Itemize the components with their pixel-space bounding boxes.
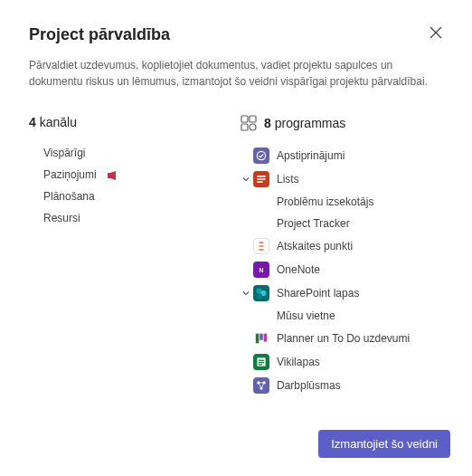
- svg-rect-7: [257, 178, 265, 180]
- app-item-sharepoint[interactable]: SharePoint lapas: [241, 281, 443, 305]
- channels-count: 4: [29, 115, 36, 129]
- wiki-icon: [253, 354, 269, 370]
- apps-count: 8: [264, 116, 271, 130]
- app-subitem-project-tracker: Project Tracker: [241, 213, 443, 234]
- svg-rect-3: [241, 124, 248, 130]
- template-description: Pārvaldiet uzdevumus, koplietojiet dokum…: [29, 57, 436, 90]
- app-item-approvals: Apstiprinājumi: [241, 144, 443, 167]
- svg-point-12: [258, 293, 262, 298]
- app-label: Planner un To Do uzdevumi: [277, 332, 410, 345]
- app-label: Mūsu vietne: [277, 309, 335, 322]
- channels-header: 4 kanālu: [29, 115, 231, 129]
- use-template-button[interactable]: Izmantojiet šo veidni: [318, 430, 450, 458]
- apps-header: 8 programmas: [241, 115, 443, 131]
- svg-rect-18: [259, 362, 264, 363]
- app-label: SharePoint lapas: [277, 287, 359, 300]
- apps-icon: [241, 115, 257, 131]
- apps-column: 8 programmas Apstiprinājumi Lists Problē…: [241, 115, 443, 397]
- svg-rect-2: [250, 116, 256, 122]
- svg-text:N: N: [260, 267, 264, 273]
- svg-rect-19: [259, 364, 262, 365]
- channel-item: Plānošana: [43, 186, 231, 207]
- workflows-icon: [253, 377, 269, 394]
- channels-column: 4 kanālu Vispārīgi Paziņojumi Plānošana …: [29, 115, 231, 397]
- svg-rect-14: [260, 334, 263, 340]
- app-label: Atskaites punkti: [277, 240, 353, 252]
- svg-rect-1: [241, 116, 248, 122]
- channels-label: kanālu: [40, 115, 77, 129]
- app-label: Vikilapas: [277, 356, 320, 368]
- planner-icon: [253, 330, 269, 347]
- svg-point-4: [250, 124, 256, 130]
- lists-icon: [253, 171, 269, 187]
- app-item-planner: Planner un To Do uzdevumi: [241, 327, 443, 350]
- chevron-down-icon[interactable]: [241, 175, 251, 184]
- app-item-workflows: Darbplūsmas: [241, 374, 443, 397]
- app-label: Project Tracker: [277, 217, 350, 230]
- approvals-icon: [253, 148, 269, 164]
- app-item-wiki: Vikilapas: [241, 350, 443, 374]
- sharepoint-icon: [253, 285, 269, 301]
- svg-rect-6: [257, 176, 265, 177]
- app-subitem-oursite: Mūsu vietne: [241, 305, 443, 327]
- channel-item: Paziņojumi: [43, 164, 231, 186]
- milestones-icon: [253, 238, 269, 254]
- app-label: Problēmu izsekotājs: [277, 195, 373, 208]
- svg-rect-0: [108, 173, 110, 178]
- svg-rect-8: [257, 181, 262, 183]
- app-item-milestones: Atskaites punkti: [241, 234, 443, 258]
- chevron-down-icon[interactable]: [241, 289, 251, 298]
- svg-rect-17: [259, 360, 264, 361]
- app-item-lists[interactable]: Lists: [241, 167, 443, 191]
- close-icon[interactable]: [429, 25, 443, 40]
- page-title: Project pārvaldība: [29, 25, 170, 44]
- svg-rect-15: [264, 334, 268, 342]
- app-label: Lists: [277, 173, 299, 186]
- onenote-icon: N: [253, 262, 269, 278]
- app-label: OneNote: [277, 263, 320, 276]
- app-subitem-issue-tracker: Problēmu izsekotājs: [241, 191, 443, 213]
- announcement-icon: [108, 170, 118, 179]
- apps-label: programmas: [275, 116, 346, 130]
- svg-rect-13: [256, 334, 260, 344]
- app-label: Apstiprinājumi: [277, 149, 345, 162]
- channel-item: Vispārīgi: [43, 142, 231, 164]
- channel-item: Resursi: [43, 207, 231, 229]
- app-item-onenote: N OneNote: [241, 258, 443, 281]
- app-label: Darbplūsmas: [277, 379, 341, 392]
